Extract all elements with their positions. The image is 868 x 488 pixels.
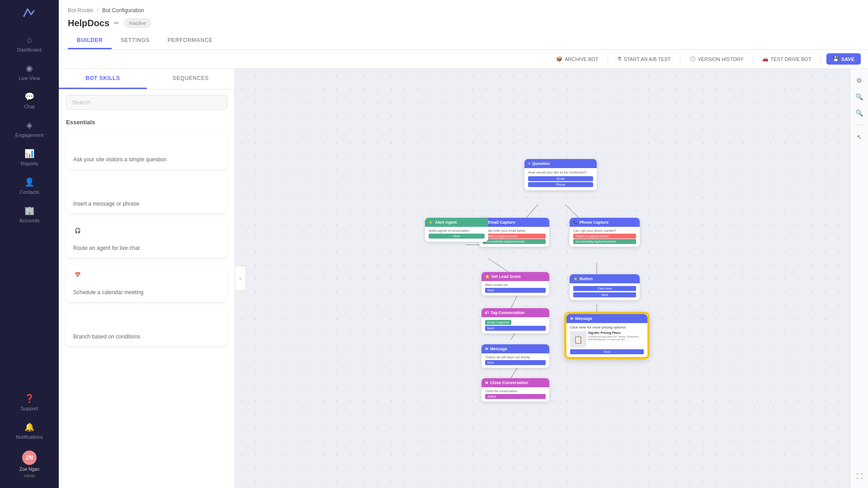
skill-card-calendar[interactable]: 📅 Calendar Invite Schedule a calendar me… xyxy=(66,265,227,302)
node-tag-header: 🏷 Tag Conversation xyxy=(481,308,549,317)
canvas-tool-pointer[interactable]: ↖ xyxy=(853,131,866,143)
node-button[interactable]: 🔘 Button Click Here Next xyxy=(570,274,640,300)
skill-calendar-header: 📅 Calendar Invite xyxy=(66,265,227,285)
node-question-header: ? Question xyxy=(524,159,597,168)
canvas-divider xyxy=(854,125,865,125)
nav-item-reports[interactable]: 📊 Reports xyxy=(0,143,59,172)
test-drive-button[interactable]: 🚗 TEST DRIVE BOT xyxy=(759,54,815,64)
skill-card-message[interactable]: ✉ Message Insert a message or phrase xyxy=(66,176,227,213)
lead-title: Set Lead Score xyxy=(491,274,521,279)
nav-item-chat[interactable]: 💬 Chat xyxy=(0,86,59,115)
bot-name: HelpDocs xyxy=(68,18,109,28)
nav-item-engagement[interactable]: ◈ Engagement xyxy=(0,115,59,143)
node-tag-conversation[interactable]: 🏷 Tag Conversation Email Captured Next xyxy=(481,308,549,333)
nav-item-notifications[interactable]: 🔔 Notifications xyxy=(0,417,59,445)
search-input[interactable] xyxy=(66,95,227,110)
phone-capture-icon: 📞 xyxy=(573,221,578,225)
node-question-btn-phone: Phone xyxy=(528,182,593,187)
node-alert-agent[interactable]: ⚡ Alert Agent Notify agents of conversat… xyxy=(425,218,488,242)
node-close-body: Close the conversation Action xyxy=(481,387,549,402)
node-close-conversation[interactable]: ✖ Close Conversation Close the conversat… xyxy=(481,378,549,402)
node-lead-body: Mark contact as: Next xyxy=(481,281,549,296)
skill-calendar-description: Schedule a calendar meeting xyxy=(73,289,143,296)
nav-label-accounts: Accounts xyxy=(19,218,39,223)
collapse-sidebar-button[interactable]: ‹ xyxy=(235,266,246,291)
user-name: Zoe Ngan xyxy=(19,467,39,472)
button-node-title: Button xyxy=(580,277,593,281)
node-phone-capture-body: Can I get your phone number? Failed to c… xyxy=(570,227,640,247)
edit-bot-name-icon[interactable]: ✏ xyxy=(114,19,119,27)
message1-icon: ✉ xyxy=(485,347,488,351)
version-icon: 🕐 xyxy=(689,56,696,62)
node-question[interactable]: ? Question How would you like to be cont… xyxy=(524,159,597,190)
version-history-button[interactable]: 🕐 VERSION HISTORY xyxy=(686,54,747,64)
nav-item-support[interactable]: ❓ Support xyxy=(0,388,59,417)
skill-livechat-body: Route an agent for live chat xyxy=(66,240,227,258)
nav-item-live-view[interactable]: ◉ Live View xyxy=(0,58,59,86)
toolbar-divider-4 xyxy=(821,55,821,64)
test-drive-icon: 🚗 xyxy=(762,56,769,62)
alert-title: Alert Agent xyxy=(435,220,457,225)
top-bar: Bot Roster / Bot Configuration HelpDocs … xyxy=(59,0,868,50)
node-email-capture-header: ✉ Email Capture xyxy=(479,218,549,227)
tab-builder[interactable]: Builder xyxy=(68,33,112,49)
tab-performance[interactable]: Performance xyxy=(159,33,222,49)
node-lead-header: ⭐ Set Lead Score xyxy=(481,272,549,281)
ab-test-button[interactable]: ⚗ START AN A/B TEST xyxy=(613,54,675,64)
page-tabs: Builder Settings Performance xyxy=(68,33,859,49)
sidebar-tab-bot-skills[interactable]: BOT SKILLS xyxy=(59,69,147,89)
skill-message-header: ✉ Message xyxy=(66,176,227,196)
tab-settings[interactable]: Settings xyxy=(112,33,159,49)
archive-bot-button[interactable]: 📦 ARCHIVE BOT xyxy=(552,54,602,64)
toolbar-divider-1 xyxy=(608,55,608,64)
node-question-title: Question xyxy=(532,161,550,166)
skill-card-branching[interactable]: ⑂ Conditional Branching Branch based on … xyxy=(66,309,227,346)
nav-item-accounts[interactable]: 🏢 Accounts xyxy=(0,200,59,229)
canvas-tool-expand[interactable]: ⛶ xyxy=(853,470,866,483)
node-message-selected-body: Click here for more pricing options! 📋 S… xyxy=(566,323,647,357)
node-phone-capture[interactable]: 📞 Phone Capture Can I get your phone num… xyxy=(570,218,640,247)
canvas-tool-zoom-in[interactable]: 🔍 xyxy=(853,90,866,103)
canvas-tool-settings[interactable]: ⚙ xyxy=(853,74,866,87)
reports-icon: 📊 xyxy=(24,149,34,159)
nav-label-chat: Chat xyxy=(24,104,34,109)
save-button[interactable]: 💾 SAVE xyxy=(826,53,861,65)
node-message-1[interactable]: ✉ Message Thanks we will reach out short… xyxy=(481,344,549,368)
skill-calendar-icon: 📅 xyxy=(73,270,82,279)
nav-user: ZN Zoe Ngan Admin xyxy=(0,445,59,483)
breadcrumb-root[interactable]: Bot Roster xyxy=(68,7,94,14)
skill-calendar-label: Calendar Invite xyxy=(86,271,131,278)
skill-branching-label: Conditional Branching xyxy=(86,315,154,323)
skill-branching-icon: ⑂ xyxy=(73,314,82,324)
save-icon: 💾 xyxy=(833,56,839,62)
flow-canvas[interactable]: ? Question How would you like to be cont… xyxy=(235,69,868,488)
close-icon: ✖ xyxy=(485,381,488,385)
nav-label-notifications: Notifications xyxy=(16,434,43,440)
breadcrumb-current: Bot Configuration xyxy=(102,7,144,14)
archive-bot-label: ARCHIVE BOT xyxy=(565,56,599,62)
node-alert-header: ⚡ Alert Agent xyxy=(425,218,488,227)
app-logo xyxy=(21,5,38,21)
save-label: SAVE xyxy=(841,56,854,62)
left-navigation: ⌂ Dashboard ◉ Live View 💬 Chat ◈ Engagem… xyxy=(0,0,59,488)
archive-icon: 📦 xyxy=(556,56,562,62)
skill-livechat-label: Live Chat xyxy=(86,227,114,234)
skill-card-question[interactable]: ? Question Ask your site visitors a simp… xyxy=(66,132,227,169)
nav-label-live-view: Live View xyxy=(19,75,40,81)
sidebar-tab-sequences[interactable]: SEQUENCES xyxy=(147,69,235,89)
skill-card-live-chat[interactable]: 🎧 Live Chat Route an agent for live chat xyxy=(66,221,227,258)
ab-test-label: START AN A/B TEST xyxy=(624,56,671,62)
skill-message-label: Message xyxy=(86,183,113,190)
nav-label-contacts: Contacts xyxy=(19,189,39,195)
nav-item-dashboard[interactable]: ⌂ Dashboard xyxy=(0,30,59,58)
node-set-lead-score[interactable]: ⭐ Set Lead Score Mark contact as: Next xyxy=(481,272,549,296)
nav-item-contacts[interactable]: 👤 Contacts xyxy=(0,172,59,200)
builder-area: BOT SKILLS SEQUENCES Essentials ? Questi… xyxy=(59,69,868,488)
toolbar-divider-2 xyxy=(680,55,680,64)
node-message1-body: Thanks we will reach out shortly. Next xyxy=(481,353,549,368)
node-question-btn-email: Email xyxy=(528,176,593,181)
node-message-selected[interactable]: ✉ Message Click here for more pricing op… xyxy=(565,313,649,358)
node-email-capture[interactable]: ✉ Email Capture Please enter your email … xyxy=(479,218,549,247)
alert-next-btn: Next xyxy=(429,234,485,239)
canvas-tool-zoom-out[interactable]: 🔍 xyxy=(853,107,866,119)
